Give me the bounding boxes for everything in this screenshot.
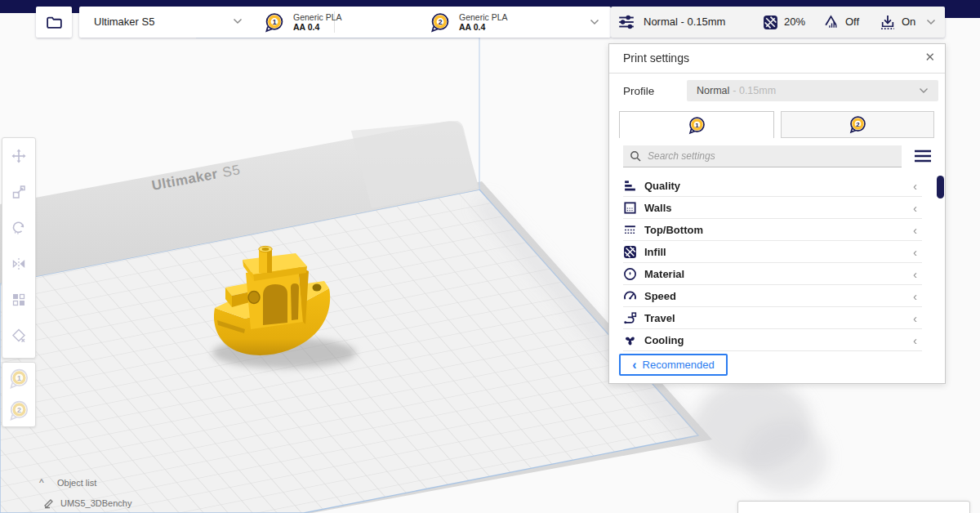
collapse-chevron-icon: ‹ <box>913 180 917 192</box>
object-name: UMS5_3DBenchy <box>60 498 131 508</box>
chevron-down-icon <box>233 18 243 25</box>
category-quality[interactable]: Quality ‹ <box>623 175 922 197</box>
cooling-icon <box>623 333 637 347</box>
tool-panel <box>2 137 36 359</box>
infill-icon <box>623 245 637 259</box>
summary-profile: Normal - 0.15mm <box>644 16 725 28</box>
category-infill[interactable]: Infill ‹ <box>623 241 922 263</box>
profile-suffix: - 0.15mm <box>733 85 776 96</box>
extruder-select-panel: 1 2 <box>2 362 36 427</box>
svg-text:2: 2 <box>17 406 21 414</box>
extruder-2-material: Generic PLA <box>459 12 508 22</box>
configuration-chevron-down-icon[interactable] <box>590 19 599 25</box>
extruder-1-nozzle: AA 0.4 <box>293 22 342 33</box>
move-tool-button[interactable] <box>2 138 35 174</box>
summary-adhesion: On <box>902 16 915 28</box>
object-list-header[interactable]: ^ Object list <box>39 475 219 490</box>
search-input[interactable] <box>623 145 902 167</box>
sliders-icon <box>617 14 635 30</box>
collapse-chevron-icon: ‹ <box>913 224 917 236</box>
settings-visibility-menu-icon[interactable] <box>914 149 932 163</box>
collapse-caret-icon: ^ <box>39 477 57 488</box>
collapse-chevron-icon: ‹ <box>913 290 917 302</box>
per-model-settings-icon <box>11 292 26 307</box>
extruder-1-tab-icon: 1 <box>688 116 706 135</box>
material-icon <box>623 267 637 281</box>
extruder-2-config[interactable]: 2 Generic PLA AA 0.4 <box>430 7 593 38</box>
category-travel[interactable]: Travel ‹ <box>623 307 922 329</box>
cura-application-window: UltimakerS5 <box>0 0 980 513</box>
rotate-tool-button[interactable] <box>2 210 35 246</box>
action-panel-edge <box>737 501 970 513</box>
mirror-icon <box>11 256 26 271</box>
svg-text:1: 1 <box>695 121 699 128</box>
tab-extruder-2[interactable]: 2 <box>781 111 934 138</box>
back-chevron-icon: ‹ <box>632 359 636 372</box>
svg-text:2: 2 <box>856 121 860 128</box>
profile-label: Profile <box>623 85 654 97</box>
search-icon <box>630 150 641 162</box>
support-blocker-icon <box>11 328 26 343</box>
collapse-chevron-icon: ‹ <box>913 334 917 346</box>
chevron-down-icon <box>919 87 929 94</box>
category-top-bottom[interactable]: Top/Bottom ‹ <box>623 219 922 241</box>
print-settings-panel: Print settings ✕ Profile Normal- 0.15mm … <box>608 43 946 384</box>
folder-icon <box>45 14 64 31</box>
extruder-2-select-button[interactable]: 2 <box>2 395 35 426</box>
topbar-corner <box>945 0 980 18</box>
scale-tool-button[interactable] <box>2 174 35 210</box>
top-bottom-icon <box>623 223 637 237</box>
profile-value: Normal <box>697 85 729 96</box>
extruder-2-nozzle: AA 0.4 <box>459 22 508 33</box>
mirror-tool-button[interactable] <box>2 246 35 282</box>
collapse-chevron-icon: ‹ <box>913 268 917 280</box>
collapse-chevron-icon: ‹ <box>913 312 917 324</box>
support-icon <box>823 14 840 30</box>
print-setup-summary-bar[interactable]: Normal - 0.15mm 20% Off On <box>611 7 945 38</box>
open-file-button[interactable] <box>36 7 72 38</box>
summary-support: Off <box>845 16 859 28</box>
extruder-1-icon: 1 <box>264 11 285 33</box>
rotate-icon <box>11 221 26 235</box>
close-icon[interactable]: ✕ <box>924 50 935 65</box>
panel-title: Print settings <box>623 51 689 65</box>
object-list: ^ Object list UMS5_3DBenchy <box>39 475 219 511</box>
svg-text:2: 2 <box>439 18 443 26</box>
collapse-chevron-icon: ‹ <box>913 202 917 214</box>
edit-pencil-icon <box>39 498 57 509</box>
recommended-label: Recommended <box>643 359 715 371</box>
extruder-2-tab-icon: 2 <box>849 115 867 134</box>
quality-icon <box>623 179 637 193</box>
print-settings-header: Print settings ✕ <box>609 44 945 74</box>
collapse-chevron-icon: ‹ <box>913 246 917 258</box>
speed-icon <box>623 289 637 303</box>
object-list-title: Object list <box>57 478 96 488</box>
category-material[interactable]: Material ‹ <box>623 263 922 285</box>
recommended-mode-button[interactable]: ‹ Recommended <box>619 354 728 376</box>
extruder-2-icon: 2 <box>430 11 451 33</box>
extruder-1-material: Generic PLA <box>293 12 342 22</box>
tab-extruder-1[interactable]: 1 <box>619 111 774 138</box>
category-speed[interactable]: Speed ‹ <box>623 285 922 307</box>
configuration-bar: Ultimaker S5 1 Generic PLA AA 0.4 <box>79 7 611 38</box>
summary-infill: 20% <box>784 16 805 28</box>
travel-icon <box>623 311 637 325</box>
scale-icon <box>11 185 26 199</box>
printer-name: Ultimaker S5 <box>94 16 154 28</box>
scrollbar-thumb[interactable] <box>937 176 944 199</box>
svg-text:1: 1 <box>17 374 21 382</box>
profile-dropdown[interactable]: Normal- 0.15mm <box>687 80 938 101</box>
svg-text:1: 1 <box>273 18 277 26</box>
object-list-item[interactable]: UMS5_3DBenchy <box>39 496 219 511</box>
support-blocker-button[interactable] <box>2 318 35 354</box>
walls-icon <box>623 201 637 215</box>
category-cooling[interactable]: Cooling ‹ <box>623 329 922 351</box>
category-walls[interactable]: Walls ‹ <box>623 197 922 219</box>
move-icon <box>11 149 26 163</box>
extruder-1-config[interactable]: 1 Generic PLA AA 0.4 <box>264 7 427 38</box>
adhesion-icon <box>880 14 896 30</box>
infill-icon <box>763 15 778 30</box>
extruder-1-select-button[interactable]: 1 <box>2 363 35 395</box>
summary-chevron-down-icon <box>926 19 936 25</box>
per-model-settings-button[interactable] <box>2 282 35 318</box>
